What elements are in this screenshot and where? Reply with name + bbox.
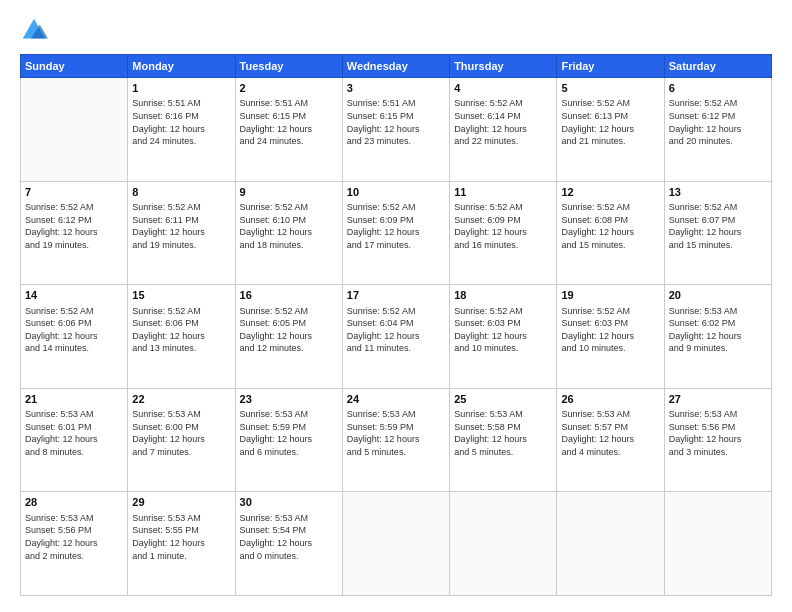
day-info-line: and 22 minutes. — [454, 135, 552, 148]
day-info-line: Sunset: 6:03 PM — [561, 317, 659, 330]
calendar-day-header: Sunday — [21, 55, 128, 78]
day-number: 9 — [240, 185, 338, 200]
day-info-line: and 11 minutes. — [347, 342, 445, 355]
calendar-week-row: 28Sunrise: 5:53 AMSunset: 5:56 PMDayligh… — [21, 492, 772, 596]
day-info-line: Daylight: 12 hours — [454, 226, 552, 239]
day-number: 4 — [454, 81, 552, 96]
calendar-table: SundayMondayTuesdayWednesdayThursdayFrid… — [20, 54, 772, 596]
day-info-line: and 2 minutes. — [25, 550, 123, 563]
day-info-line: and 24 minutes. — [240, 135, 338, 148]
day-info-line: Sunrise: 5:53 AM — [669, 305, 767, 318]
day-number: 8 — [132, 185, 230, 200]
calendar-cell: 27Sunrise: 5:53 AMSunset: 5:56 PMDayligh… — [664, 388, 771, 492]
calendar-cell: 10Sunrise: 5:52 AMSunset: 6:09 PMDayligh… — [342, 181, 449, 285]
day-info-line: Daylight: 12 hours — [454, 123, 552, 136]
calendar-cell: 7Sunrise: 5:52 AMSunset: 6:12 PMDaylight… — [21, 181, 128, 285]
day-info-line: and 19 minutes. — [25, 239, 123, 252]
day-number: 10 — [347, 185, 445, 200]
day-info-line: Sunset: 6:09 PM — [454, 214, 552, 227]
day-info-line: Sunset: 5:59 PM — [240, 421, 338, 434]
calendar-cell: 6Sunrise: 5:52 AMSunset: 6:12 PMDaylight… — [664, 78, 771, 182]
day-info-line: Sunrise: 5:52 AM — [454, 201, 552, 214]
day-info-line: and 24 minutes. — [132, 135, 230, 148]
day-info-line: and 4 minutes. — [561, 446, 659, 459]
day-info-line: Sunrise: 5:52 AM — [561, 201, 659, 214]
logo — [20, 16, 52, 44]
day-number: 28 — [25, 495, 123, 510]
day-info-line: Sunset: 6:06 PM — [132, 317, 230, 330]
day-info-line: Sunrise: 5:52 AM — [454, 97, 552, 110]
day-info-line: Sunset: 5:56 PM — [669, 421, 767, 434]
day-info-line: Sunset: 6:03 PM — [454, 317, 552, 330]
calendar-cell — [450, 492, 557, 596]
calendar-cell: 23Sunrise: 5:53 AMSunset: 5:59 PMDayligh… — [235, 388, 342, 492]
day-info-line: and 7 minutes. — [132, 446, 230, 459]
day-info-line: Daylight: 12 hours — [25, 330, 123, 343]
day-number: 3 — [347, 81, 445, 96]
day-info-line: Sunset: 6:09 PM — [347, 214, 445, 227]
day-info-line: Sunset: 6:01 PM — [25, 421, 123, 434]
day-number: 21 — [25, 392, 123, 407]
day-info-line: and 23 minutes. — [347, 135, 445, 148]
day-number: 22 — [132, 392, 230, 407]
day-info-line: Sunset: 6:10 PM — [240, 214, 338, 227]
day-info-line: Daylight: 12 hours — [347, 226, 445, 239]
day-info-line: and 9 minutes. — [669, 342, 767, 355]
day-info-line: and 6 minutes. — [240, 446, 338, 459]
calendar-cell: 2Sunrise: 5:51 AMSunset: 6:15 PMDaylight… — [235, 78, 342, 182]
day-info-line: Sunrise: 5:52 AM — [454, 305, 552, 318]
day-info-line: Sunrise: 5:52 AM — [347, 201, 445, 214]
day-info-line: and 18 minutes. — [240, 239, 338, 252]
day-info-line: Sunrise: 5:51 AM — [240, 97, 338, 110]
day-info-line: Daylight: 12 hours — [347, 330, 445, 343]
day-info-line: Sunrise: 5:52 AM — [561, 305, 659, 318]
day-info-line: Sunset: 6:15 PM — [240, 110, 338, 123]
day-info-line: Sunrise: 5:52 AM — [25, 201, 123, 214]
day-info-line: and 21 minutes. — [561, 135, 659, 148]
day-info-line: Daylight: 12 hours — [132, 537, 230, 550]
day-info-line: and 10 minutes. — [561, 342, 659, 355]
day-info-line: Sunset: 6:07 PM — [669, 214, 767, 227]
day-number: 7 — [25, 185, 123, 200]
day-info-line: Sunset: 6:12 PM — [25, 214, 123, 227]
day-info-line: Daylight: 12 hours — [132, 123, 230, 136]
day-info-line: Sunrise: 5:51 AM — [132, 97, 230, 110]
day-info-line: Sunrise: 5:52 AM — [347, 305, 445, 318]
calendar-week-row: 21Sunrise: 5:53 AMSunset: 6:01 PMDayligh… — [21, 388, 772, 492]
calendar-week-row: 7Sunrise: 5:52 AMSunset: 6:12 PMDaylight… — [21, 181, 772, 285]
day-info-line: and 5 minutes. — [347, 446, 445, 459]
day-number: 1 — [132, 81, 230, 96]
day-number: 12 — [561, 185, 659, 200]
calendar-cell — [664, 492, 771, 596]
day-info-line: and 19 minutes. — [132, 239, 230, 252]
day-info-line: Sunrise: 5:52 AM — [25, 305, 123, 318]
day-number: 2 — [240, 81, 338, 96]
day-info-line: and 14 minutes. — [25, 342, 123, 355]
day-info-line: Daylight: 12 hours — [25, 433, 123, 446]
day-number: 19 — [561, 288, 659, 303]
day-info-line: and 3 minutes. — [669, 446, 767, 459]
calendar-week-row: 1Sunrise: 5:51 AMSunset: 6:16 PMDaylight… — [21, 78, 772, 182]
day-info-line: Daylight: 12 hours — [561, 226, 659, 239]
day-info-line: and 5 minutes. — [454, 446, 552, 459]
day-info-line: Daylight: 12 hours — [669, 226, 767, 239]
calendar-cell: 15Sunrise: 5:52 AMSunset: 6:06 PMDayligh… — [128, 285, 235, 389]
day-info-line: Sunset: 6:12 PM — [669, 110, 767, 123]
day-number: 26 — [561, 392, 659, 407]
calendar-cell: 5Sunrise: 5:52 AMSunset: 6:13 PMDaylight… — [557, 78, 664, 182]
calendar-cell: 16Sunrise: 5:52 AMSunset: 6:05 PMDayligh… — [235, 285, 342, 389]
day-info-line: Sunset: 5:55 PM — [132, 524, 230, 537]
calendar-cell: 4Sunrise: 5:52 AMSunset: 6:14 PMDaylight… — [450, 78, 557, 182]
day-info-line: and 12 minutes. — [240, 342, 338, 355]
day-number: 6 — [669, 81, 767, 96]
day-info-line: Sunrise: 5:53 AM — [132, 408, 230, 421]
day-info-line: Daylight: 12 hours — [240, 330, 338, 343]
calendar-cell: 25Sunrise: 5:53 AMSunset: 5:58 PMDayligh… — [450, 388, 557, 492]
day-info-line: Daylight: 12 hours — [669, 433, 767, 446]
day-info-line: Sunrise: 5:52 AM — [240, 201, 338, 214]
day-number: 20 — [669, 288, 767, 303]
day-info-line: Sunset: 5:56 PM — [25, 524, 123, 537]
day-info-line: Sunrise: 5:53 AM — [669, 408, 767, 421]
day-info-line: Daylight: 12 hours — [561, 330, 659, 343]
day-info-line: and 20 minutes. — [669, 135, 767, 148]
